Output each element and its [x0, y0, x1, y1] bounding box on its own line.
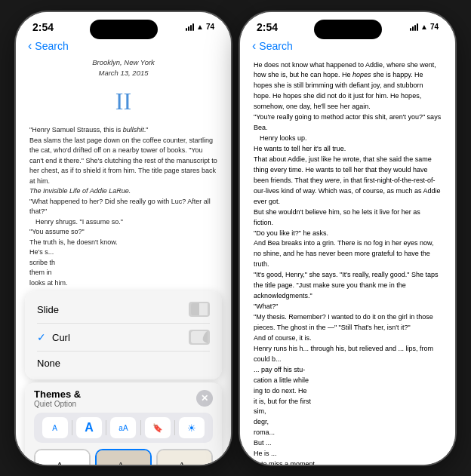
right-para-7: "Do you like it?" he asks. [254, 229, 442, 239]
close-button[interactable]: ✕ [196, 390, 213, 407]
theme-quiet-preview: Aa [97, 450, 150, 465]
curl-label: Curl [52, 332, 189, 343]
right-para-16: But ...He is ...... to miss a moment. [254, 438, 442, 464]
theme-paper-preview: Aa [158, 450, 211, 465]
dynamic-island-right [314, 20, 382, 39]
right-para-9: "It's good, Henry," she says. "It's real… [254, 270, 442, 302]
right-phone: 2:54 ▲ 74 ‹ Search H [240, 12, 455, 465]
back-arrow-left: ‹ [28, 39, 32, 53]
font-large-btn[interactable]: A [76, 417, 102, 438]
right-para-2: "You're really going to method actor thi… [254, 112, 442, 134]
transition-curl[interactable]: ✓ Curl [25, 324, 222, 351]
right-para-3: Henry looks up. [260, 134, 442, 144]
slide-label: Slide [37, 304, 59, 315]
font-bookmark-btn[interactable]: 🔖 [145, 417, 171, 438]
nav-back-label-right[interactable]: Search [259, 40, 292, 52]
theme-quiet[interactable]: Aa Quiet [95, 449, 152, 465]
themes-panel: Themes & Quiet Option ✕ A A aA 🔖 ☀ [25, 382, 222, 465]
slide-icon [189, 302, 210, 317]
nav-bar-left[interactable]: ‹ Search [16, 36, 231, 57]
transition-none[interactable]: None [25, 352, 222, 375]
right-para-14: ... pay off his stu-cation a little whil… [254, 365, 442, 407]
themes-title: Themes & [34, 388, 81, 400]
wifi-icon-left: ▲ [196, 23, 204, 31]
left-phone: 2:54 ▲ 74 ‹ Search B [16, 12, 231, 465]
font-style-btn[interactable]: aA [110, 417, 136, 438]
theme-paper[interactable]: Aa Paper [156, 449, 213, 465]
dynamic-island [90, 20, 158, 39]
time-left: 2:54 [32, 21, 54, 33]
time-right: 2:54 [257, 21, 278, 33]
nav-bar-right[interactable]: ‹ Search [240, 36, 455, 57]
font-sep-4 [174, 420, 175, 435]
chapter-number: II [29, 83, 217, 119]
theme-original[interactable]: Aa Original [34, 449, 91, 465]
right-para-4: He wants to tell her it's all true. [254, 144, 442, 155]
right-para-8: And Bea breaks into a grin. There is no … [254, 238, 442, 270]
signal-icon-right [410, 23, 418, 31]
transition-panel: Slide ✓ Curl None [25, 291, 222, 379]
book-content-right: He does not know what happened to Addie,… [240, 57, 455, 465]
font-sep-1 [72, 420, 72, 435]
theme-original-preview: Aa [35, 450, 89, 465]
back-arrow-right: ‹ [252, 39, 256, 53]
font-brightness-btn[interactable]: ☀ [179, 417, 205, 438]
nav-back-label-left[interactable]: Search [35, 40, 68, 52]
right-para-13: Henry runs his h... through his, but rel… [254, 344, 442, 365]
curl-checkmark: ✓ [37, 331, 46, 343]
battery-right: 74 [430, 23, 439, 31]
wifi-icon-right: ▲ [420, 23, 428, 31]
font-small-btn[interactable]: A [42, 417, 68, 438]
right-para-15: sim,degr,roma... [254, 407, 442, 438]
font-sep-2 [106, 420, 106, 435]
right-para-5: That about Addie, just like he wrote, th… [254, 155, 442, 207]
themes-grid: Aa Original Aa Quiet Aa Paper Aa Bold [34, 449, 213, 465]
right-para-6: But she wouldn't believe him, so he lets… [254, 207, 442, 229]
font-sep-3 [140, 420, 141, 435]
right-para-10: "What?" [254, 302, 442, 312]
curl-icon [189, 330, 210, 345]
transition-slide[interactable]: Slide [25, 296, 222, 323]
signal-icon-left [186, 23, 194, 31]
book-text-left: "Henry Samuel Strauss, this is bullshit.… [29, 125, 217, 288]
battery-left: 74 [206, 23, 214, 31]
phones-container: 2:54 ▲ 74 ‹ Search B [16, 12, 455, 465]
right-para-12: And of course, it is. [254, 333, 442, 344]
themes-subtitle: Quiet Option [34, 400, 81, 408]
book-location: Brooklyn, New YorkMarch 13, 2015 [29, 57, 217, 79]
none-label: None [37, 358, 60, 369]
themes-header: Themes & Quiet Option ✕ [34, 388, 213, 408]
font-size-row: A A aA 🔖 ☀ [34, 413, 213, 443]
right-para-11: "My thesis. Remember? I wanted to do it … [254, 312, 442, 333]
book-content-left: Brooklyn, New YorkMarch 13, 2015 II "Hen… [16, 57, 231, 289]
right-para-1: He does not know what happened to Addie,… [254, 60, 442, 113]
svg-rect-1 [199, 303, 208, 315]
